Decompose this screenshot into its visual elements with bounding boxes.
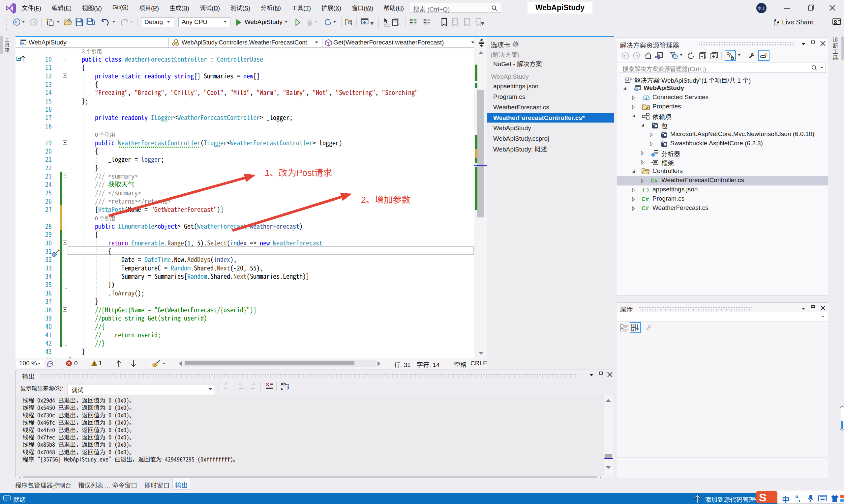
svg-text:C#: C#: [641, 196, 649, 202]
svg-text:C#: C#: [641, 205, 649, 212]
svg-text:C#: C#: [651, 178, 658, 184]
svg-text:c: c: [281, 386, 283, 391]
svg-text:A: A: [632, 324, 635, 328]
svg-text:ab: ab: [281, 381, 286, 386]
svg-text:Z: Z: [632, 328, 634, 331]
